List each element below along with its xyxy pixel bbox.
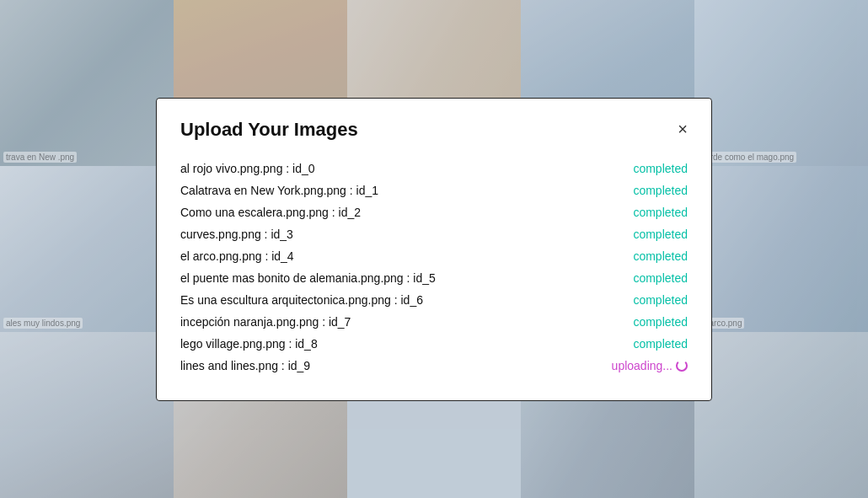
file-list: al rojo vivo.png.png : id_0completedCala… (180, 158, 688, 377)
status-uploading: uploading... (612, 359, 688, 372)
file-name: el arco.png.png : id_4 (180, 249, 626, 263)
status-completed: completed (633, 315, 688, 329)
file-name: Es una escultura arquitectonica.png.png … (180, 293, 626, 307)
file-name: Calatrava en New York.png.png : id_1 (180, 184, 626, 197)
file-name: el puente mas bonito de alemania.png.png… (180, 271, 626, 285)
file-name: lines and lines.png : id_9 (180, 359, 605, 372)
file-row: el puente mas bonito de alemania.png.png… (180, 267, 688, 289)
file-row: incepción naranja.png.png : id_7complete… (180, 311, 688, 333)
spinner-icon (676, 360, 688, 372)
file-row: lines and lines.png : id_9uploading... (180, 355, 688, 377)
upload-modal: Upload Your Images × al rojo vivo.png.pn… (156, 98, 712, 401)
status-completed: completed (633, 228, 688, 241)
file-name: curves.png.png : id_3 (180, 228, 626, 241)
close-button[interactable]: × (678, 120, 688, 137)
file-row: al rojo vivo.png.png : id_0completed (180, 158, 688, 179)
file-row: Calatrava en New York.png.png : id_1comp… (180, 179, 688, 201)
modal-title: Upload Your Images (180, 119, 358, 141)
file-row: el arco.png.png : id_4completed (180, 245, 688, 267)
file-row: Como una escalera.png.png : id_2complete… (180, 201, 688, 223)
status-completed: completed (633, 206, 688, 219)
file-name: incepción naranja.png.png : id_7 (180, 315, 626, 329)
status-completed: completed (633, 162, 688, 175)
status-completed: completed (633, 271, 688, 285)
file-name: al rojo vivo.png.png : id_0 (180, 162, 626, 175)
status-completed: completed (633, 293, 688, 307)
status-completed: completed (633, 184, 688, 197)
file-name: Como una escalera.png.png : id_2 (180, 206, 626, 219)
status-completed: completed (633, 249, 688, 263)
file-row: Es una escultura arquitectonica.png.png … (180, 289, 688, 311)
modal-header: Upload Your Images × (180, 119, 688, 141)
file-row: lego village.png.png : id_8completed (180, 333, 688, 355)
status-completed: completed (633, 337, 688, 351)
file-row: curves.png.png : id_3completed (180, 223, 688, 245)
file-name: lego village.png.png : id_8 (180, 337, 626, 351)
